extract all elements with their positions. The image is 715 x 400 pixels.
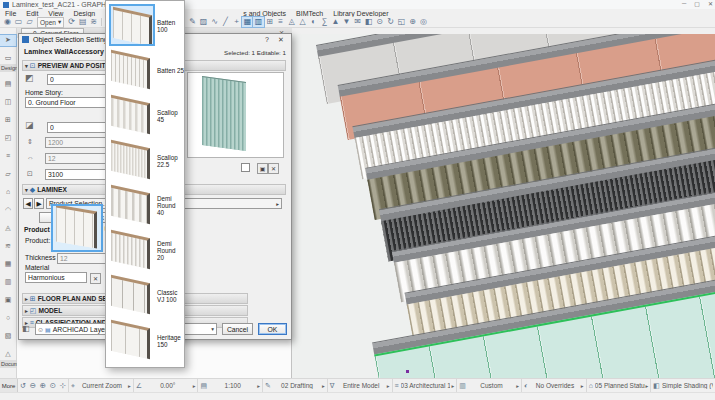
beam-tool-icon[interactable]: ≡ (0, 151, 16, 162)
slab-tool-icon[interactable]: ▱ (0, 169, 16, 180)
shading-mode-dropdown[interactable]: ◧ Simple Shading (Vector... (650, 379, 715, 392)
product-label: Product: (25, 237, 50, 244)
sigma-icon[interactable]: ∑ (319, 17, 330, 27)
ok-button[interactable]: OK (258, 323, 287, 335)
rows-icon[interactable]: ▤ (77, 17, 88, 27)
menu-file[interactable]: File (0, 10, 21, 17)
rotation-angle-dropdown[interactable]: ∠ 0.00° ▸ (133, 379, 198, 392)
more-button[interactable]: More (0, 379, 18, 392)
product-thumbnail[interactable] (51, 204, 103, 252)
x-icon[interactable]: ✕ (268, 163, 279, 174)
pen-set-dropdown[interactable]: ≡ 03 Architectural 100 ▸ (392, 379, 457, 392)
arrow-tool-icon[interactable]: ➤ (0, 35, 16, 46)
flyout-item-demi-round-40[interactable]: Demi Round 40 (106, 183, 184, 228)
plus-icon[interactable]: + (231, 17, 242, 27)
zoom-plus-icon[interactable]: ⊕ (407, 17, 418, 27)
triangle-icon[interactable]: △ (297, 17, 308, 27)
close-icon[interactable]: ✕ (278, 36, 284, 44)
curtain-wall-tool-icon[interactable]: ▥ (0, 277, 16, 288)
scale-dropdown[interactable]: ▤ 1:100 ▸ (197, 379, 262, 392)
roof-tool-icon[interactable]: ⌂ (0, 187, 16, 198)
menu-bimtech[interactable]: BIMTech (291, 10, 328, 17)
flyout-item-classic-vj-100[interactable]: Classic VJ 100 (106, 273, 184, 318)
line-icon[interactable]: ╱ (220, 17, 231, 27)
orbit-icon[interactable]: ⊙ (48, 381, 58, 391)
material-combo[interactable]: Harmonious (25, 272, 87, 283)
pan-icon[interactable]: ⊹ (58, 381, 68, 391)
circled-ring-icon[interactable]: ⊙ (374, 17, 385, 27)
envelope-icon[interactable]: ✉ (352, 17, 363, 27)
folder-icon[interactable]: ▱ (24, 17, 35, 27)
selection-handle[interactable] (406, 370, 409, 373)
height-dim-icon: ⇕ (27, 137, 33, 146)
menu-edit[interactable]: Edit (21, 10, 43, 17)
bars-icon[interactable]: ≡ (275, 17, 286, 27)
model-view-options-dropdown[interactable]: ▥ Custom ▸ (456, 379, 521, 392)
mesh-tool-icon[interactable]: △ (0, 349, 16, 360)
table-icon[interactable]: ▦ (242, 17, 253, 27)
previous-zoom-icon[interactable]: ↺ (18, 381, 28, 391)
railing-tool-icon[interactable]: ▦ (0, 259, 16, 270)
3d-viewport[interactable] (292, 34, 715, 378)
renovation-filter-dropdown[interactable]: ⌂ 05 Planned Status ▸ (586, 379, 651, 392)
flyout-item-demi-round-20[interactable]: Demi Round 20 (106, 228, 184, 273)
object-tool-icon[interactable]: ▣ (0, 295, 16, 306)
down-triangle-icon[interactable]: ▼ (341, 17, 352, 27)
flyout-item-heritage-150[interactable]: Heritage 150 (106, 318, 184, 363)
cancel-button[interactable]: Cancel (222, 323, 253, 335)
flyout-item-scallop-22-5[interactable]: Scallop 22.5 (106, 138, 184, 183)
menu-and-objects[interactable]: s and Objects (238, 10, 291, 17)
grid-icon[interactable]: ⊞ (264, 17, 275, 27)
flyout-item-batten-25[interactable]: Batten 25 (106, 48, 184, 93)
open-dropdown[interactable]: Open ▾ (37, 17, 64, 28)
pencil-icon[interactable]: ✎ (187, 17, 198, 27)
current-zoom-dropdown[interactable]: ⌖ Current Zoom ▸ (68, 379, 133, 392)
previous-page-button[interactable]: ◀ (23, 198, 33, 209)
menu-design[interactable]: Design (68, 10, 100, 17)
object-preview-pane[interactable] (187, 72, 284, 158)
menu-view[interactable]: View (43, 10, 68, 17)
object-name: Laminex WallAccessory (24, 48, 104, 55)
camera-ring-icon[interactable]: ◎ (418, 17, 429, 27)
zoom-out-icon[interactable]: ⊖ (28, 381, 38, 391)
up-triangle-icon[interactable]: ▲ (330, 17, 341, 27)
half-circle-icon[interactable]: ◐ (308, 17, 319, 27)
waves-icon[interactable]: ≋ (88, 17, 99, 27)
rectangle-icon[interactable]: ▭ (13, 17, 24, 27)
next-page-button[interactable]: ▶ (34, 198, 44, 209)
structure-display-dropdown[interactable]: ∇ Entire Model ▸ (327, 379, 392, 392)
columns-icon[interactable]: ▥ (253, 17, 264, 27)
minimize-icon[interactable]: ─ (682, 0, 686, 7)
wall-tool-icon[interactable]: ▤ (0, 79, 16, 90)
flyout-item-scallop-45[interactable]: Scallop 45 (106, 93, 184, 138)
circle-dot-icon[interactable]: ◉ (2, 17, 13, 27)
black-square-icon[interactable]: ▣ (257, 163, 268, 174)
refresh-icon[interactable]: ⟳ (66, 17, 77, 27)
maximize-icon[interactable]: ▢ (694, 0, 700, 7)
column-tool-icon[interactable]: ◰ (0, 133, 16, 144)
marquee-tool-icon[interactable]: ▭ (0, 53, 16, 64)
rotate-icon[interactable]: ↻ (385, 17, 396, 27)
shell-tool-icon[interactable]: ◠ (0, 205, 16, 216)
layer-combination-dropdown[interactable]: ✎ 02 Drafting ▸ (262, 379, 327, 392)
door-tool-icon[interactable]: ◫ (0, 97, 16, 108)
graphic-override-dropdown[interactable]: ◐ No Overrides ▸ (521, 379, 586, 392)
hatch-icon[interactable]: ▨ (198, 17, 209, 27)
corner-box-icon[interactable]: ◱ (396, 17, 407, 27)
lamp-tool-icon[interactable]: ○ (0, 313, 16, 324)
cone-icon[interactable]: ◬ (286, 17, 297, 27)
curve-icon[interactable]: ∿ (209, 17, 220, 27)
thickness-input[interactable] (57, 253, 107, 264)
half-square-icon[interactable]: ◧ (363, 17, 374, 27)
zone-tool-icon[interactable]: ▧ (0, 331, 16, 342)
preview-checkbox[interactable] (241, 163, 250, 172)
menu-library-developer[interactable]: Library Developer (328, 10, 393, 17)
window-tool-icon[interactable]: ⊞ (0, 115, 16, 126)
clear-material-x-icon[interactable]: ✕ (90, 273, 101, 284)
help-icon[interactable]: ? (265, 36, 269, 43)
zoom-in-icon[interactable]: ⊕ (38, 381, 48, 391)
stair-tool-icon[interactable]: ≋ (0, 241, 16, 252)
flyout-item-batten-100[interactable]: Batten 100 (106, 3, 184, 48)
close-icon[interactable]: ✕ (708, 0, 713, 7)
morph-tool-icon[interactable]: ◬ (0, 223, 16, 234)
